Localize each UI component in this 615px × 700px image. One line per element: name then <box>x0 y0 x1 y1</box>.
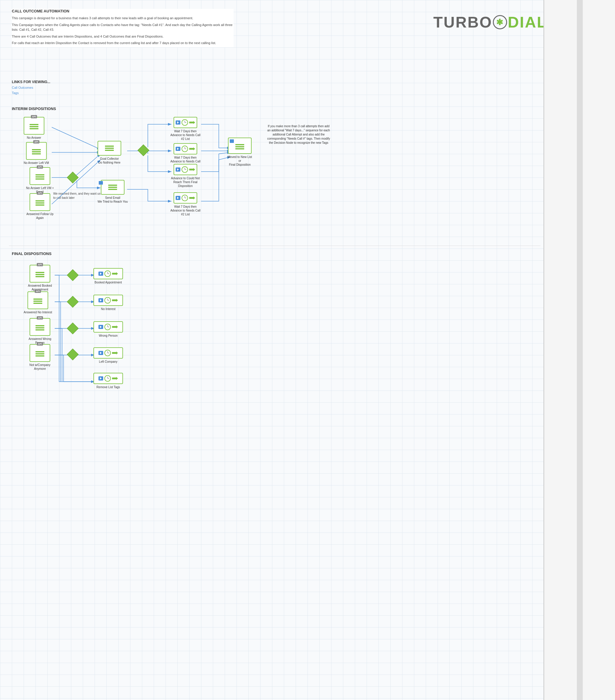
diamond-box-4 <box>67 296 79 308</box>
arrow-right-4 <box>189 197 195 199</box>
api-badge-7: API <box>37 316 43 320</box>
wait-call2-node: Wait 7 Days then Advance to Needs Call #… <box>169 117 202 141</box>
wait-flag-2 <box>176 147 180 151</box>
left-company-node: Left Company <box>93 347 123 364</box>
wrong-person-box <box>93 321 123 333</box>
wrong-person-trigger-node: API Answered Wrong Person <box>24 318 56 345</box>
diamond-box-1 <box>67 172 79 184</box>
clock-icon-2 <box>181 146 188 152</box>
no-answer-box: API <box>24 117 44 135</box>
no-answer-vm-box: API <box>26 142 47 160</box>
advance-cnrt-label: Advance to Could Not Reach Them Final Di… <box>169 176 202 188</box>
api-badge-8: API <box>37 342 43 346</box>
clock-icon-6 <box>104 297 111 303</box>
call-outcomes-link[interactable]: Call Outcomes <box>12 85 50 90</box>
reached-them-note: We reached them, and they want us to cal… <box>53 192 101 200</box>
api-badge-2: API <box>33 140 39 143</box>
api-badge-4: API <box>37 191 43 195</box>
no-interest-trigger-node: API Answered No Interest <box>24 291 52 314</box>
left-company-trigger-node: API Not w/Company Anymore <box>24 344 56 371</box>
content-area: CALL OUTCOME AUTOMATION This campaign is… <box>0 0 544 700</box>
no-interest-label: No Interest <box>101 307 116 311</box>
left-company-trigger-label: Not w/Company Anymore <box>24 363 56 371</box>
api-badge-3: API <box>37 165 43 168</box>
logo-asterisk: ✱ <box>496 17 504 27</box>
email-lines <box>108 185 117 190</box>
wrong-person-trigger-box: API <box>29 318 50 336</box>
left-company-lines <box>36 351 44 357</box>
wait-flag-6 <box>99 298 103 302</box>
api-badge-5: API <box>37 263 43 266</box>
left-company-trigger-box: API <box>29 344 50 362</box>
no-interest-lines <box>34 299 42 304</box>
tags-link[interactable]: Tags <box>12 90 50 96</box>
header-section: CALL OUTCOME AUTOMATION This campaign is… <box>12 9 234 47</box>
diamond-box-6 <box>67 349 79 360</box>
no-interest-trigger-label: Answered No Interest <box>24 310 52 314</box>
wait-flag-8 <box>99 351 103 355</box>
arrow-right-8 <box>112 351 118 354</box>
api-badge-6: API <box>35 290 41 293</box>
moved-lines <box>235 144 244 149</box>
email-flag <box>99 181 103 185</box>
goal-lines <box>105 146 114 151</box>
booked-appt-trigger-node: API Answered Booked Appointment <box>24 265 56 291</box>
connectors-svg <box>0 0 543 700</box>
main-container: CALL OUTCOME AUTOMATION This campaign is… <box>0 0 615 700</box>
diamond-box-5 <box>67 323 79 334</box>
header-para-3: There are 4 Call Outcomes that are Inter… <box>12 34 234 39</box>
clock-icon-1 <box>181 119 188 126</box>
api-badge: API <box>31 115 37 118</box>
no-answer-label: No Answer <box>27 136 41 140</box>
clock-icon-5 <box>104 271 111 277</box>
wait-call3-node: Wait 7 Days then Advance to Needs Call #… <box>169 143 202 167</box>
left-company-box <box>93 347 123 359</box>
links-section: LINKS FOR VIEWING... Call Outcomes Tags <box>12 80 50 96</box>
wrong-person-label: Wrong Person <box>99 334 118 338</box>
header-para-2: This Campaign begins when the Calling Ag… <box>12 23 234 32</box>
no-answer-vm-email-node: API No Answer Left VM + Email <box>24 167 56 194</box>
no-interest-trigger-box: API <box>27 291 48 309</box>
logo-dial: DIAL <box>508 13 544 31</box>
lines-icon <box>29 124 38 129</box>
logo-text: TURBO ✱ DIAL <box>433 13 544 31</box>
canvas: CALL OUTCOME AUTOMATION This campaign is… <box>0 0 543 700</box>
arrow-right-5 <box>112 272 118 275</box>
answered-followup-node: API Answered Follow Up Again <box>24 193 56 220</box>
scrollbar[interactable] <box>577 0 583 700</box>
wait-call2b-node: Wait 7 Days then Advance to Needs Call #… <box>169 192 202 216</box>
advance-cnrt-node: Advance to Could Not Reach Them Final Di… <box>169 164 202 188</box>
diamond-goal <box>139 146 148 154</box>
wait-flag-1 <box>176 121 180 125</box>
diamond-booked <box>68 271 77 279</box>
wait-call2b-label: Wait 7 Days then Advance to Needs Call #… <box>169 205 202 216</box>
wrong-person-node: Wrong Person <box>93 321 123 338</box>
answered-followup-box: API <box>29 193 50 211</box>
lines-icon-2 <box>32 149 41 154</box>
send-email-node: Send EmailWe Tried to Reach You <box>98 180 128 203</box>
booked-appt-trigger-box: API <box>29 265 50 283</box>
wrong-person-lines <box>36 325 44 330</box>
clock-icon-3 <box>181 166 188 173</box>
wait-flag-5 <box>99 272 103 276</box>
header-para-4: For calls that reach an Interim Disposit… <box>12 40 234 46</box>
clock-icon-9 <box>104 375 111 382</box>
arrow-right-7 <box>112 325 118 328</box>
wait-call2-box <box>174 117 197 128</box>
clock-icon-4 <box>181 195 188 201</box>
no-answer-vm-node: API No Answer Left VM <box>24 142 49 165</box>
clock-icon-7 <box>104 324 111 330</box>
answered-followup-label: Answered Follow Up Again <box>24 212 56 220</box>
no-interest-box <box>93 295 123 306</box>
goal-collector-label: Goal CollectorDo Nothing Here <box>99 157 120 164</box>
wait-call2-label: Wait 7 Days then Advance to Needs Call #… <box>169 129 202 141</box>
header-title: CALL OUTCOME AUTOMATION <box>12 9 234 13</box>
arrow-right-6 <box>112 299 118 302</box>
moved-box <box>228 138 252 154</box>
goal-collector-node: Goal CollectorDo Nothing Here <box>98 141 121 164</box>
arrow-right-3 <box>189 168 195 171</box>
lines-icon-3 <box>36 174 44 179</box>
send-email-label: Send EmailWe Tried to Reach You <box>98 196 128 203</box>
wait-call3-box <box>174 143 197 154</box>
links-title: LINKS FOR VIEWING... <box>12 80 50 84</box>
